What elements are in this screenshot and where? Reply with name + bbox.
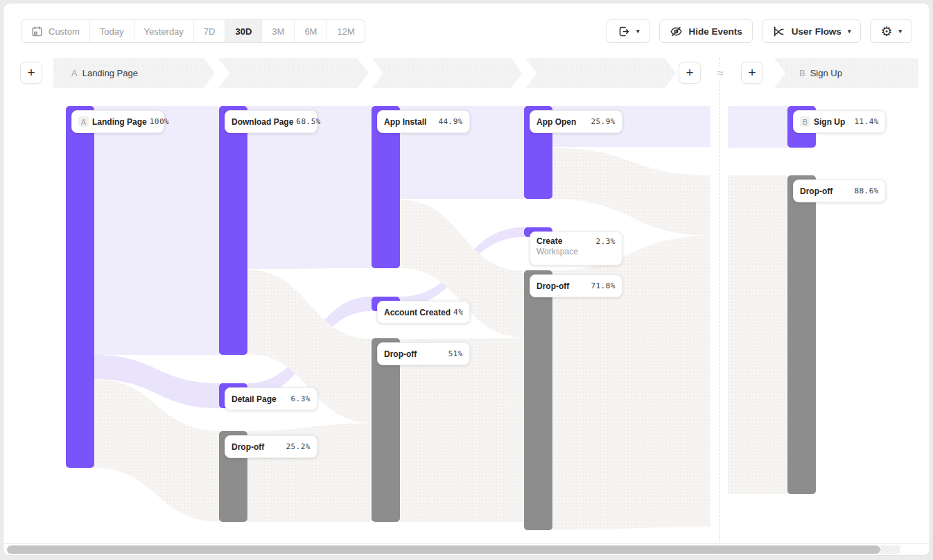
- node-value: 6.3%: [291, 394, 311, 403]
- date-range-label: 7D: [204, 26, 216, 37]
- section-divider: [720, 58, 720, 545]
- toolbar-actions: ▾Hide EventsUser Flows▾⚙▾: [607, 19, 912, 43]
- funnel-band-b: BSign Up: [774, 58, 918, 88]
- date-range-today[interactable]: Today: [89, 20, 134, 42]
- node-name: Drop-off: [232, 442, 264, 452]
- funnel-step-empty[interactable]: [525, 58, 676, 88]
- date-range-label: 6M: [304, 26, 317, 37]
- node-bar-drop-off-step3[interactable]: [372, 338, 400, 522]
- node-name: ALanding Page: [78, 116, 147, 127]
- step-prefix: B: [799, 68, 805, 78]
- export-button[interactable]: ▾: [607, 19, 650, 43]
- date-range-6m[interactable]: 6M: [294, 20, 326, 42]
- node-value: 4%: [453, 308, 463, 317]
- node-label-detail-page[interactable]: Detail Page6.3%: [225, 387, 317, 410]
- node-name-line2: Workspace: [537, 247, 616, 256]
- date-range-label: 12M: [337, 26, 354, 37]
- calendar-icon: [31, 26, 43, 37]
- node-bar-drop-off-signup[interactable]: [787, 175, 816, 494]
- date-range-3m[interactable]: 3M: [261, 20, 294, 42]
- funnel-step-empty[interactable]: [218, 58, 369, 88]
- scrollbar-track-hatch: [880, 545, 900, 554]
- node-name-text: App Open: [537, 117, 576, 127]
- node-value: 51%: [448, 349, 463, 358]
- scrollbar-separator: [3, 543, 930, 544]
- funnel-step-empty[interactable]: [372, 58, 523, 88]
- node-bar-drop-off-step4[interactable]: [524, 270, 552, 530]
- node-value: 25.9%: [591, 117, 616, 126]
- date-range-7d[interactable]: 7D: [193, 20, 225, 42]
- hide-events-label: Hide Events: [689, 26, 742, 37]
- step-label: Sign Up: [810, 68, 842, 78]
- node-name-text: App Install: [384, 117, 426, 127]
- node-value: 68.5%: [296, 117, 321, 126]
- node-value: 2.3%: [596, 237, 616, 246]
- step-badge-a: A: [78, 116, 89, 127]
- funnel-step-landing-page[interactable]: ALanding Page: [53, 58, 215, 88]
- node-label-drop-off-step3[interactable]: Drop-off51%: [377, 342, 470, 365]
- node-label-drop-off-step2[interactable]: Drop-off25.2%: [225, 435, 317, 458]
- settings-button[interactable]: ⚙▾: [870, 19, 912, 43]
- node-label-landing-page[interactable]: ALanding Page100%: [71, 110, 164, 133]
- node-label-drop-off-step4[interactable]: Drop-off71.8%: [530, 274, 622, 297]
- hide-events-button[interactable]: Hide Events: [659, 19, 753, 43]
- export-icon: [617, 25, 630, 38]
- node-label-create-workspace[interactable]: Create2.3%Workspace: [530, 231, 622, 265]
- node-value: 71.8%: [591, 281, 616, 290]
- node-name-text: Drop-off: [384, 349, 417, 359]
- date-range-yesterday[interactable]: Yesterday: [134, 20, 193, 42]
- gear-icon: ⚙: [880, 25, 892, 38]
- user-flows-button[interactable]: User Flows▾: [762, 19, 862, 43]
- node-name: Download Page: [232, 117, 293, 127]
- toolbar: CustomTodayYesterday7D30D3M6M12M ▾Hide E…: [21, 19, 912, 43]
- node-label-sign-up[interactable]: BSign Up11.4%: [793, 110, 886, 133]
- node-bar-landing-page[interactable]: [66, 106, 94, 468]
- node-label-account-created[interactable]: Account Created4%: [377, 301, 470, 324]
- node-name: Drop-off: [537, 281, 569, 291]
- date-range-label: Today: [100, 26, 124, 37]
- date-range-label: 30D: [235, 26, 252, 37]
- date-range-30d[interactable]: 30D: [225, 20, 261, 42]
- node-value: 11.4%: [854, 117, 879, 126]
- add-step-button-end-a[interactable]: +: [679, 62, 701, 84]
- add-step-button[interactable]: +: [20, 62, 42, 84]
- add-step-button-start-b[interactable]: +: [741, 62, 763, 84]
- eye-off-icon: [670, 25, 683, 38]
- node-name: Account Created: [384, 308, 451, 317]
- node-name-text: Landing Page: [92, 117, 147, 127]
- funnel-step-sign-up[interactable]: BSign Up: [774, 58, 918, 88]
- flow-drop-off-step3-to-drop-off-step4: [400, 338, 524, 522]
- node-name-text: Sign Up: [814, 117, 845, 127]
- flow-landing-page-to-download-page: [94, 106, 219, 355]
- node-value: 44.9%: [438, 117, 463, 126]
- node-name-text: Drop-off: [232, 442, 264, 452]
- node-name: Create: [537, 236, 562, 246]
- node-bar-download-page[interactable]: [219, 106, 247, 355]
- funnel-band-a: ALanding Page: [53, 58, 676, 88]
- node-name: BSign Up: [800, 116, 845, 127]
- date-range-custom[interactable]: Custom: [21, 20, 89, 42]
- node-label-drop-off-signup[interactable]: Drop-off88.6%: [793, 180, 886, 202]
- node-name: Drop-off: [384, 349, 417, 359]
- chevron-down-icon: ▾: [848, 28, 851, 35]
- flow-drop-off-step4-to-drop-off-signup: [728, 175, 787, 494]
- step-prefix: A: [71, 68, 78, 78]
- node-name: App Open: [537, 117, 576, 127]
- chevron-down-icon: ▾: [898, 28, 902, 35]
- date-range-label: 3M: [272, 26, 284, 37]
- node-label-download-page[interactable]: Download Page68.5%: [225, 110, 317, 133]
- node-name-text: Account Created: [384, 308, 451, 317]
- node-name-text: Drop-off: [800, 186, 832, 196]
- node-name-text: Drop-off: [537, 281, 569, 291]
- node-label-app-open[interactable]: App Open25.9%: [530, 110, 622, 133]
- date-range-12m[interactable]: 12M: [326, 20, 364, 42]
- user-flows-label: User Flows: [792, 26, 842, 37]
- date-range-label: Custom: [49, 26, 80, 37]
- node-name: Detail Page: [232, 394, 277, 404]
- horizontal-scrollbar-thumb[interactable]: [7, 545, 880, 554]
- date-range-label: Yesterday: [144, 26, 184, 37]
- chevron-down-icon: ▾: [636, 28, 640, 35]
- node-name-text: Download Page: [232, 117, 293, 127]
- node-label-app-install[interactable]: App Install44.9%: [377, 110, 470, 133]
- node-value: 100%: [150, 117, 170, 126]
